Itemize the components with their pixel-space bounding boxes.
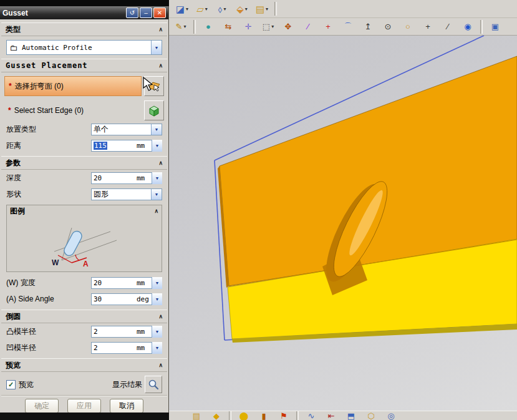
dialog-rollback-button[interactable]: ↺ (126, 7, 138, 18)
extrude-icon[interactable]: ⬙▾ (233, 1, 251, 17)
graphics-viewport[interactable] (169, 36, 517, 411)
required-marker: * (9, 82, 12, 90)
snap-point-icon: ✛ (245, 22, 252, 31)
axis-up-icon[interactable]: ↥ (359, 19, 377, 35)
dropdown-arrow-icon[interactable]: ▾ (186, 6, 188, 12)
sphere-icon: ● (206, 22, 211, 31)
dropdown-arrow-icon[interactable]: ▾ (245, 6, 248, 12)
dropdown-arrow-icon[interactable]: ▾ (183, 24, 186, 29)
apply-button[interactable]: 应用 (67, 399, 101, 413)
dialog-title: Gusset (2, 9, 125, 17)
collapse-icon[interactable]: ∧ (154, 208, 158, 214)
snap-point-icon[interactable]: ✛ (239, 19, 258, 35)
bottom-note-icon[interactable]: ▮ (254, 411, 273, 420)
select-face-button[interactable] (144, 76, 164, 96)
swap-arrows-icon[interactable]: ⇆ (219, 19, 238, 35)
status-toolbar: ▤◆⬤▮⚑∿⇤⬒⬡◎ (186, 411, 401, 420)
show-result-button[interactable] (145, 376, 162, 393)
preview-checkbox[interactable]: ✓ (6, 380, 16, 389)
section-type[interactable]: 类型 ∧ (1, 22, 167, 36)
width-row: (W) 宽度 20 mm ▼ (6, 276, 162, 289)
feature-toolbar: ◪▾▱▾⬨▾⬙▾▤▾ (172, 0, 279, 17)
dialog-minimize-button[interactable]: – (140, 7, 152, 18)
dropdown-arrow-icon[interactable]: ▾ (223, 6, 226, 12)
die-radius-options-icon[interactable]: ▼ (152, 342, 162, 354)
shaded-view-cube-icon[interactable]: ▣ (486, 19, 505, 35)
point-icon[interactable]: + (319, 19, 337, 35)
section-parameters[interactable]: 参数 ∧ (1, 156, 167, 170)
punch-radius-input[interactable]: 2 (91, 326, 137, 338)
ok-button[interactable]: 确定 (25, 399, 59, 413)
legend-group: 图例 ∧ W A (6, 205, 162, 272)
sketch-icon[interactable]: ✎▾ (172, 19, 190, 35)
punch-radius-row: 凸模半径 2 mm ▼ (6, 325, 162, 338)
sphere-icon[interactable]: ● (199, 19, 218, 35)
show-result-label: 显示结果 (112, 379, 142, 390)
bottom-box-icon[interactable]: ⬒ (342, 411, 360, 420)
section-preview[interactable]: 预览 ∧ (1, 358, 167, 372)
bottom-flag-icon[interactable]: ⚑ (274, 411, 293, 420)
dropdown-arrow-icon[interactable]: ▾ (271, 24, 274, 29)
depth-input[interactable]: 20 (91, 172, 137, 184)
width-options-icon[interactable]: ▼ (152, 277, 162, 289)
select-bend-face-prompt[interactable]: * 选择折弯面 (0) (4, 76, 142, 96)
select-edge-button[interactable] (144, 100, 164, 120)
depth-unit[interactable]: mm (137, 172, 152, 184)
collapse-icon[interactable]: ∧ (158, 160, 163, 166)
width-input[interactable]: 20 (91, 277, 137, 289)
die-radius-unit[interactable]: mm (137, 342, 152, 354)
profile-type-combo[interactable]: 🗀 Automatic Profile ▼ (6, 40, 162, 55)
side-angle-options-icon[interactable]: ▼ (152, 293, 162, 305)
slash-icon[interactable]: ∕ (438, 19, 457, 35)
bottom-bulb-icon[interactable]: ⬤ (234, 411, 253, 420)
section-fillet[interactable]: 倒圆 ∧ (1, 310, 167, 323)
circle-dot-icon[interactable]: ⊙ (379, 19, 397, 35)
side-angle-input[interactable]: 30 (91, 293, 137, 305)
section-gusset-placement[interactable]: Gusset Placement ∧ (1, 59, 167, 72)
collapse-icon[interactable]: ∧ (158, 313, 163, 320)
bottom-pin-icon[interactable]: ◆ (207, 411, 226, 420)
point-icon: + (326, 22, 331, 31)
distance-input[interactable]: 115 (91, 140, 137, 152)
cancel-button[interactable]: 取消 (110, 399, 143, 413)
arc-icon[interactable]: ⌒ (339, 19, 357, 35)
dialog-titlebar[interactable]: Gusset ↺ – ✕ (0, 6, 168, 19)
placement-type-combo[interactable]: 单个 ▼ (91, 124, 162, 135)
bottom-curve-icon[interactable]: ∿ (302, 411, 321, 420)
datum-plane-icon[interactable]: ▱▾ (193, 1, 211, 17)
legend-header[interactable]: 图例 ∧ (7, 205, 162, 217)
distance-unit[interactable]: mm (137, 140, 152, 152)
profile-type-dropdown-icon[interactable]: ▼ (151, 41, 162, 54)
move-handle-icon[interactable]: ✥ (279, 19, 297, 35)
select-start-edge-prompt[interactable]: * Select Start Edge (0) (4, 101, 142, 120)
dialog-close-button[interactable]: ✕ (153, 7, 166, 18)
circle-icon[interactable]: ○ (399, 19, 417, 35)
line-icon[interactable]: ∕ (299, 19, 317, 35)
placement-type-dropdown-icon[interactable]: ▼ (151, 124, 162, 135)
collapse-icon[interactable]: ∧ (158, 362, 163, 368)
task-environment-icon[interactable]: ◪▾ (173, 1, 191, 17)
distance-options-icon[interactable]: ▼ (152, 140, 162, 152)
collapse-icon[interactable]: ∧ (158, 62, 163, 69)
punch-radius-options-icon[interactable]: ▼ (152, 326, 162, 338)
sheet-stack-icon[interactable]: ▤▾ (253, 1, 271, 17)
dropdown-arrow-icon[interactable]: ▾ (205, 6, 208, 12)
eye-icon[interactable]: ◉ (458, 19, 477, 35)
bottom-target-icon[interactable]: ◎ (382, 411, 400, 420)
width-unit[interactable]: mm (137, 277, 152, 289)
collapse-icon[interactable]: ∧ (158, 26, 163, 32)
shape-combo[interactable]: 圆形 ▼ (91, 188, 162, 200)
bottom-link-icon[interactable]: ⬡ (362, 411, 380, 420)
bottom-dim-icon[interactable]: ⇤ (322, 411, 341, 420)
datum-csys-icon[interactable]: ⬨▾ (213, 1, 231, 17)
marquee-select-icon[interactable]: ⬚▾ (259, 19, 278, 35)
punch-radius-unit[interactable]: mm (137, 326, 152, 338)
bottom-layers-icon[interactable]: ▤ (187, 411, 206, 420)
plus-icon[interactable]: + (418, 19, 437, 35)
bottom-link-icon: ⬡ (367, 412, 374, 420)
shape-dropdown-icon[interactable]: ▼ (151, 189, 162, 200)
depth-options-icon[interactable]: ▼ (152, 172, 162, 184)
dropdown-arrow-icon[interactable]: ▾ (266, 6, 268, 12)
side-angle-unit[interactable]: deg (137, 293, 152, 305)
die-radius-input[interactable]: 2 (91, 342, 137, 354)
